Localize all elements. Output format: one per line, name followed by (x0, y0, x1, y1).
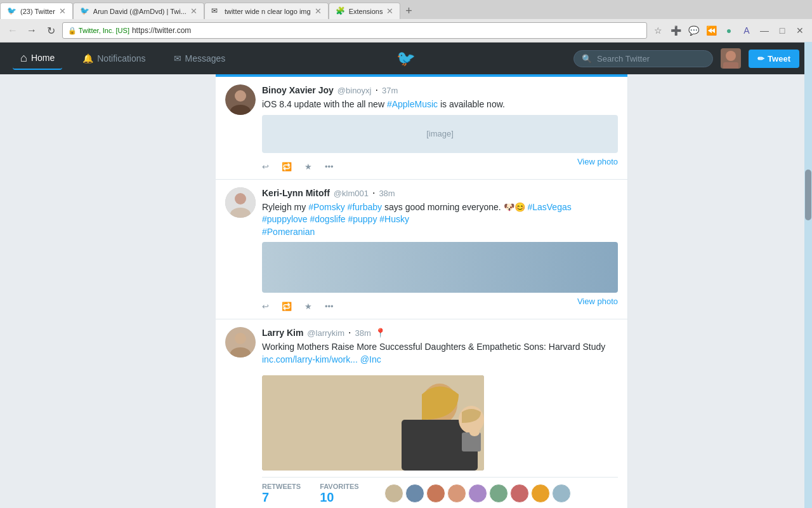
hashtag-husky[interactable]: #Husky (379, 214, 409, 224)
tab-title-twitter: (23) Twitter (20, 8, 55, 15)
avatar-keri[interactable] (225, 187, 256, 218)
chat-icon[interactable]: 💬 (686, 23, 700, 37)
tweet-content-binoy: Binoy Xavier Joy @binoyxj · 37m iOS 8.4 … (262, 84, 618, 171)
tweet-keri: Keri-Lynn Mitoff @klm001 · 38m Ryleigh m… (216, 180, 627, 320)
tweet-action-bar-keri: ↩ 🔁 ★ ••• (262, 302, 577, 311)
tweet-handle-keri: @klm001 (334, 189, 369, 198)
tweet-image-keri (262, 242, 618, 293)
retweeter-avatar-4 (447, 484, 466, 503)
tab-close-arun[interactable]: ✕ (190, 6, 197, 16)
hashtag-puppylove[interactable]: #puppylove (262, 214, 308, 224)
user-avatar[interactable] (721, 48, 741, 69)
rewind-icon[interactable]: ⏪ (704, 23, 718, 37)
search-icon: 🔍 (582, 54, 592, 64)
new-tab-button[interactable]: + (400, 3, 417, 19)
tab-close-twitter[interactable]: ✕ (59, 6, 66, 16)
tab-close-extensions[interactable]: ✕ (386, 6, 393, 16)
scrollbar-track (804, 42, 812, 508)
extension-icon-red[interactable]: ➕ (669, 23, 683, 37)
nav-right: 🔍 ✏ Tweet (573, 48, 799, 69)
hashtag-pomsky[interactable]: #Pomsky (308, 202, 345, 212)
favorite-action-keri[interactable]: ★ (304, 302, 312, 311)
view-photo-keri[interactable]: View photo (577, 297, 618, 306)
search-input[interactable] (597, 54, 698, 64)
hashtag-dogslife[interactable]: #dogslife (310, 214, 346, 224)
edit-icon: ✏ (757, 54, 764, 64)
tab-extensions[interactable]: 🧩 Extensions ✕ (329, 3, 401, 19)
translate-icon[interactable]: A (740, 23, 754, 37)
window-minimize[interactable]: — (757, 23, 771, 37)
nav-notifications[interactable]: 🔔 Notifications (75, 50, 153, 67)
tab-favicon-arun: 🐦 (80, 6, 90, 17)
more-action-binoy[interactable]: ••• (325, 162, 334, 171)
tweet-binoy: Binoy Xavier Joy @binoyxj · 37m iOS 8.4 … (216, 77, 627, 180)
hashtag-puppy[interactable]: #puppy (348, 214, 377, 224)
tab-twitter[interactable]: 🐦 (23) Twitter ✕ (0, 3, 73, 19)
tweet-actions-keri: View photo ↩ 🔁 ★ ••• (262, 297, 618, 311)
hashtag-pomeranian[interactable]: #Pomeranian (262, 227, 315, 237)
svg-point-9 (235, 333, 246, 344)
favorites-count[interactable]: 10 (320, 490, 359, 505)
favorite-action-binoy[interactable]: ★ (304, 162, 312, 171)
address-input[interactable]: 🔒 Twitter, Inc. [US] https://twitter.com (62, 22, 647, 39)
link-larry[interactable]: inc.com/larry-kim/work... (262, 354, 358, 364)
view-photo-binoy[interactable]: View photo (577, 157, 618, 166)
svg-point-6 (235, 193, 246, 204)
nav-notifications-label: Notifications (97, 53, 145, 64)
twitter-app: ⌂ Home 🔔 Notifications ✉ Messages 🐦 🔍 (0, 43, 812, 508)
tweet-header-larry: Larry Kim @larrykim · 38m 📍 (262, 327, 618, 338)
tab-title-extensions: Extensions (349, 8, 383, 15)
nav-home-label: Home (31, 53, 55, 63)
green-circle-icon[interactable]: ● (722, 23, 736, 37)
tab-close-logo[interactable]: ✕ (315, 6, 322, 16)
retweeter-avatar-2 (405, 484, 424, 503)
search-box[interactable]: 🔍 (573, 50, 713, 67)
retweeter-avatar-1 (384, 484, 403, 503)
larry-tweet-inner: Larry Kim @larrykim · 38m 📍 Working Moth… (225, 327, 618, 370)
hashtag-applemusic[interactable]: #AppleMusic (387, 99, 438, 109)
avatar-larry[interactable] (225, 327, 256, 358)
back-button[interactable]: ← (5, 23, 20, 38)
hashtag-furbaby[interactable]: #furbaby (348, 202, 382, 212)
nav-messages[interactable]: ✉ Messages (166, 50, 233, 67)
reply-action-binoy[interactable]: ↩ (262, 162, 269, 171)
forward-button[interactable]: → (24, 23, 39, 38)
retweets-label: RETWEETS (262, 483, 301, 490)
svg-rect-1 (723, 62, 738, 69)
window-close[interactable]: ✕ (793, 23, 807, 37)
scrollbar-thumb[interactable] (805, 170, 811, 220)
retweeter-avatar-7 (510, 484, 529, 503)
window-maximize[interactable]: □ (775, 23, 789, 37)
retweet-action-keri[interactable]: 🔁 (282, 302, 292, 311)
tweet-button[interactable]: ✏ Tweet (749, 50, 799, 68)
tweet-text-binoy: iOS 8.4 update with the all new #AppleMu… (262, 98, 618, 111)
nav-home[interactable]: ⌂ Home (13, 48, 62, 70)
mention-inc[interactable]: @Inc (360, 354, 381, 364)
reload-button[interactable]: ↻ (43, 23, 58, 38)
retweet-action-binoy[interactable]: 🔁 (282, 162, 292, 171)
larry-stats-container: RETWEETS 7 FAVORITES 10 (262, 477, 618, 508)
url-text: https://twitter.com (132, 26, 191, 35)
tweet-text-keri: Ryleigh my #Pomsky #furbaby says good mo… (262, 201, 618, 239)
reply-action-keri[interactable]: ↩ (262, 302, 269, 311)
tweet-time-larry: 38m (355, 328, 371, 338)
more-action-keri[interactable]: ••• (325, 302, 334, 311)
envelope-icon: ✉ (174, 53, 181, 64)
right-sidebar (628, 74, 812, 508)
hashtag-lasvegas[interactable]: #LasVegas (527, 202, 571, 212)
twitter-navbar: ⌂ Home 🔔 Notifications ✉ Messages 🐦 🔍 (0, 43, 812, 74)
retweeter-avatar-8 (531, 484, 550, 503)
bookmark-icon[interactable]: ☆ (651, 23, 665, 37)
geo-icon-larry: 📍 (375, 328, 386, 338)
tweet-name-larry: Larry Kim (262, 328, 303, 338)
bell-icon: 🔔 (82, 53, 93, 64)
tab-arun[interactable]: 🐦 Arun David (@ArnDvd) | Twi... ✕ (73, 3, 204, 19)
retweets-count[interactable]: 7 (262, 490, 301, 505)
tab-logo[interactable]: ✉ twitter wide n clear logo img ✕ (204, 3, 329, 19)
retweeter-avatar-6 (489, 484, 508, 503)
tweet-handle-binoy: @binoyxj (337, 86, 372, 95)
avatar-binoy[interactable] (225, 84, 256, 115)
tweet-time-keri: 38m (379, 189, 395, 198)
tab-title-logo: twitter wide n clear logo img (225, 8, 311, 15)
larry-image-container (262, 375, 618, 471)
